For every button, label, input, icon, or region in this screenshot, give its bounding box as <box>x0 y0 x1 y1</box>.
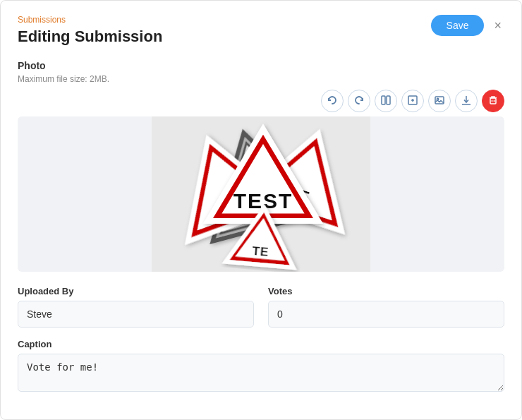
expand-icon <box>408 95 418 107</box>
svg-rect-5 <box>435 97 444 104</box>
breadcrumb: Submissions <box>18 15 162 25</box>
undo-button[interactable] <box>321 90 344 112</box>
image-button[interactable] <box>428 90 451 112</box>
svg-text:TE: TE <box>252 244 269 259</box>
file-size-hint: Maximum file size: 2MB. <box>18 74 504 84</box>
delete-icon <box>488 95 498 107</box>
test-signs-image: TE TE TEST TE <box>152 116 370 272</box>
svg-rect-1 <box>387 96 390 104</box>
image-preview-container: TE TE TEST TE <box>18 116 504 272</box>
split-icon <box>381 95 391 107</box>
header: Submissions Editing Submission Save × <box>18 15 504 46</box>
uploaded-by-label: Uploaded By <box>18 286 254 296</box>
image-toolbar <box>18 90 504 112</box>
caption-group: Caption <box>18 339 504 392</box>
photo-label: Photo <box>18 60 504 71</box>
modal-container: Submissions Editing Submission Save × Ph… <box>0 0 522 420</box>
download-button[interactable] <box>455 90 478 112</box>
votes-group: Votes <box>268 286 504 328</box>
fields-row: Uploaded By Votes <box>18 286 504 328</box>
expand-button[interactable] <box>401 90 424 112</box>
close-button[interactable]: × <box>491 16 504 35</box>
redo-icon <box>354 95 364 107</box>
uploaded-by-group: Uploaded By <box>18 286 254 328</box>
votes-input[interactable] <box>268 301 504 328</box>
save-button[interactable]: Save <box>431 15 485 36</box>
undo-icon <box>327 95 337 107</box>
uploaded-by-input[interactable] <box>18 301 254 328</box>
header-actions: Save × <box>431 15 504 36</box>
image-icon <box>435 95 444 107</box>
download-icon <box>461 95 471 107</box>
svg-rect-0 <box>382 96 385 104</box>
split-button[interactable] <box>375 90 397 112</box>
svg-rect-9 <box>490 98 496 104</box>
photo-section: Photo Maximum file size: 2MB. <box>18 60 504 272</box>
votes-label: Votes <box>268 286 504 296</box>
header-title-group: Submissions Editing Submission <box>18 15 162 46</box>
caption-textarea[interactable] <box>18 354 504 392</box>
redo-button[interactable] <box>348 90 370 112</box>
delete-button[interactable] <box>482 90 504 112</box>
caption-label: Caption <box>18 339 504 349</box>
page-title: Editing Submission <box>18 28 162 46</box>
